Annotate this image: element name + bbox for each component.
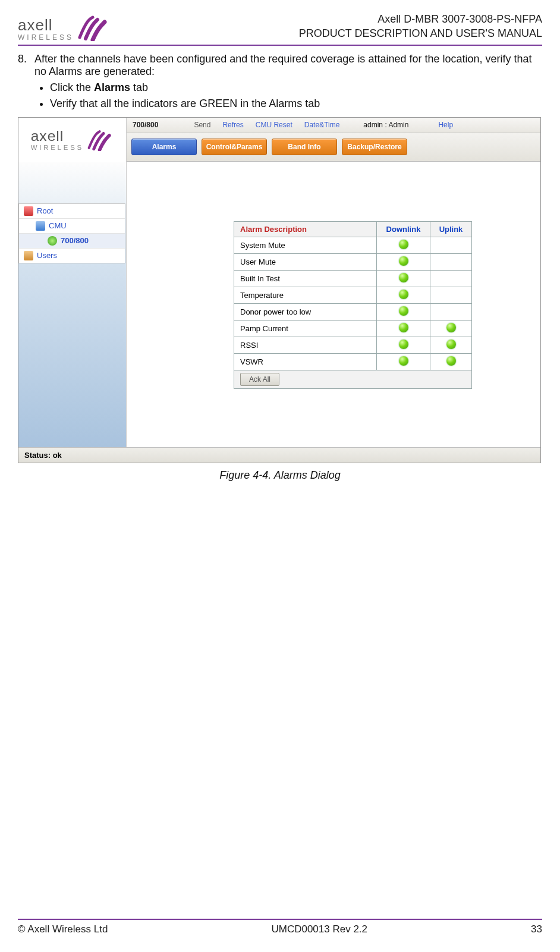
logo-text-top: axell: [18, 17, 74, 33]
alarm-uplink-led: [430, 287, 472, 303]
table-row: VSWR: [234, 353, 472, 370]
cmu-icon: [36, 221, 45, 231]
figure-caption: Figure 4-4. Alarms Dialog: [18, 469, 542, 482]
alarm-desc: Temperature: [234, 287, 377, 303]
alarm-uplink-led: [430, 303, 472, 320]
tree-users[interactable]: Users: [19, 249, 125, 263]
led-green-icon: [399, 340, 408, 349]
bullet-1: Click the Alarms tab: [50, 81, 542, 94]
step-8: 8. After the channels have been configur…: [18, 53, 542, 78]
table-row: Built In Test: [234, 270, 472, 287]
tree-root[interactable]: Root: [19, 204, 125, 219]
swirl-icon: [86, 128, 114, 151]
tab-band-info[interactable]: Band Info: [272, 139, 337, 155]
ss-menu-bar: 700/800 Send Refres CMU Reset Date&Time …: [127, 118, 540, 133]
footer-center: UMCD00013 Rev 2.2: [271, 923, 367, 935]
tab-alarms[interactable]: Alarms: [131, 139, 197, 155]
alarm-downlink-led: [377, 270, 430, 287]
table-row: Donor power too low: [234, 303, 472, 320]
led-green-icon: [446, 356, 456, 366]
menu-help[interactable]: Help: [438, 121, 453, 129]
menu-cmu-reset[interactable]: CMU Reset: [256, 121, 292, 129]
tree-band-700-800[interactable]: 700/800: [19, 234, 125, 249]
logo-text-bottom: WIRELESS: [18, 34, 74, 41]
bullet-2: Verify that all the indicators are GREEN…: [50, 98, 542, 110]
alarm-desc: VSWR: [234, 353, 377, 370]
menu-admin: admin : Admin: [363, 121, 408, 129]
page-footer: © Axell Wireless Ltd UMCD00013 Rev 2.2 3…: [18, 919, 542, 935]
th-uplink: Uplink: [430, 221, 472, 237]
step-text: After the channels have been configured …: [34, 53, 542, 78]
alarm-uplink-led: [430, 237, 472, 253]
alarm-downlink-led: [377, 320, 430, 337]
doc-title-line1: Axell D-MBR 3007-3008-PS-NFPA: [299, 12, 542, 26]
tree-cmu[interactable]: CMU: [19, 219, 125, 234]
alarm-desc: Pamp Current: [234, 320, 377, 337]
ss-status-bar: Status: ok: [18, 447, 540, 463]
users-icon: [24, 251, 33, 260]
footer-right: 33: [531, 923, 542, 935]
menu-refresh[interactable]: Refres: [222, 121, 243, 129]
axell-logo: axell WIRELESS: [18, 14, 109, 41]
led-green-icon: [399, 356, 408, 366]
alarm-uplink-led: [430, 253, 472, 270]
table-row: Temperature: [234, 287, 472, 303]
led-green-icon: [399, 273, 408, 282]
menu-datetime[interactable]: Date&Time: [304, 121, 340, 129]
nav-tree: Root CMU 700/800 Users: [18, 203, 125, 263]
alarm-desc: Built In Test: [234, 270, 377, 287]
alarm-downlink-led: [377, 303, 430, 320]
root-icon: [24, 206, 33, 216]
led-green-icon: [399, 323, 408, 332]
alarm-desc: System Mute: [234, 237, 377, 253]
alarm-uplink-led: [430, 320, 472, 337]
ack-all-button[interactable]: Ack All: [240, 373, 279, 386]
ss-tab-bar: Alarms Control&Params Band Info Backup/R…: [127, 133, 540, 162]
alarms-screenshot: axell WIRELESS 700/800 Send Refres CMU R…: [18, 117, 541, 463]
step-number: 8.: [18, 53, 29, 78]
led-green-icon: [399, 240, 408, 249]
alarm-downlink-led: [377, 253, 430, 270]
tab-backup[interactable]: Backup/Restore: [342, 139, 407, 155]
th-desc: Alarm Description: [234, 221, 377, 237]
alarm-table: Alarm Description Downlink Uplink System…: [234, 221, 472, 389]
page-header: axell WIRELESS Axell D-MBR 3007-3008-PS-…: [18, 12, 542, 46]
bullet-list: Click the Alarms tab Verify that all the…: [50, 81, 542, 110]
alarm-downlink-led: [377, 287, 430, 303]
th-downlink: Downlink: [377, 221, 430, 237]
led-green-icon: [446, 340, 456, 349]
footer-left: © Axell Wireless Ltd: [18, 923, 108, 935]
table-row: User Mute: [234, 253, 472, 270]
led-green-icon: [399, 290, 408, 299]
table-row: Pamp Current: [234, 320, 472, 337]
menu-send[interactable]: Send: [194, 121, 210, 129]
alarm-downlink-led: [377, 353, 430, 370]
alarm-downlink-led: [377, 237, 430, 253]
led-green-icon: [399, 256, 408, 266]
alarm-uplink-led: [430, 270, 472, 287]
status-text: Status: ok: [24, 451, 62, 460]
menu-band: 700/800: [133, 121, 158, 129]
led-green-icon: [446, 323, 456, 332]
led-green-icon: [399, 306, 408, 316]
alarm-desc: RSSI: [234, 337, 377, 353]
alarm-uplink-led: [430, 353, 472, 370]
ss-sidebar: Root CMU 700/800 Users: [18, 162, 127, 447]
alarm-downlink-led: [377, 337, 430, 353]
alarm-uplink-led: [430, 337, 472, 353]
table-row: RSSI: [234, 337, 472, 353]
ss-main-panel: Alarm Description Downlink Uplink System…: [127, 162, 540, 447]
alarm-desc: Donor power too low: [234, 303, 377, 320]
swirl-icon: [76, 14, 109, 41]
alarm-desc: User Mute: [234, 253, 377, 270]
tab-control[interactable]: Control&Params: [202, 139, 267, 155]
table-row: System Mute: [234, 237, 472, 253]
ss-axell-logo: axell WIRELESS: [18, 118, 127, 162]
band-icon: [48, 236, 57, 246]
doc-title-line2: PRODUCT DESCRIPTION AND USER'S MANUAL: [299, 26, 542, 40]
doc-title: Axell D-MBR 3007-3008-PS-NFPA PRODUCT DE…: [299, 12, 542, 41]
